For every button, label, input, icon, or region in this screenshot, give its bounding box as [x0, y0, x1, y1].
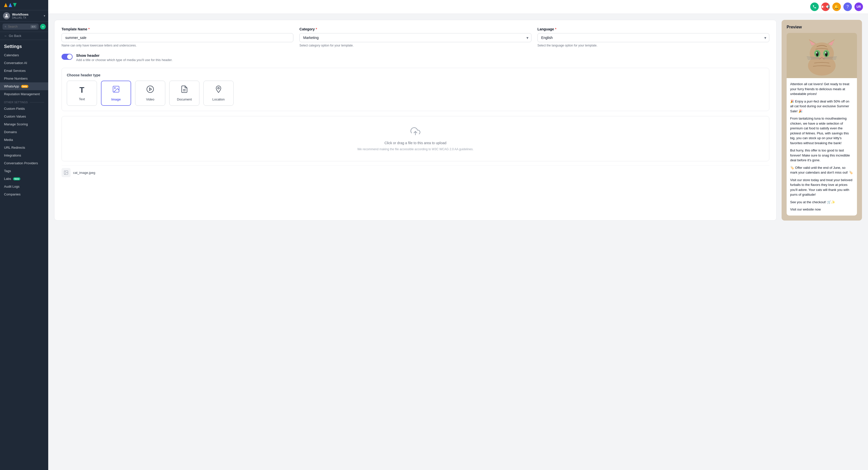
back-arrow-icon: ← — [4, 34, 7, 38]
add-button[interactable]: + — [40, 24, 46, 29]
sidebar-item-calendars[interactable]: Calendars — [0, 51, 48, 59]
nav-label: Phone Numbers — [4, 76, 28, 81]
phone-icon-button[interactable] — [810, 2, 819, 11]
svg-marker-3 — [149, 88, 151, 91]
bell-icon-button[interactable]: 🔔 — [832, 2, 841, 11]
header-option-location-label: Location — [212, 97, 224, 101]
show-header-hint: Add a title or choose which type of medi… — [76, 58, 173, 62]
beta-badge: beta — [21, 85, 28, 88]
preview-text-2: From tantalizing tuna to mouthwatering c… — [790, 116, 854, 146]
sidebar-item-audit-logs[interactable]: Audit Logs — [0, 183, 48, 190]
header-option-video-label: Video — [146, 97, 154, 101]
topbar: 📢 🔔 ? UR — [48, 0, 868, 14]
preview-panel: Preview — [782, 20, 862, 221]
sidebar-item-domains[interactable]: Domains — [0, 128, 48, 136]
megaphone-icon-button[interactable]: 📢 — [821, 2, 830, 11]
language-hint: Select the language option for your temp… — [537, 44, 769, 47]
header-option-video[interactable]: Video — [135, 81, 165, 106]
header-type-options: T Text Image Video — [67, 81, 764, 106]
user-avatar-button[interactable]: UR — [855, 2, 863, 11]
svg-point-21 — [816, 52, 817, 54]
preview-text-4: 🏷️ Offer valid until the end of June, so… — [790, 165, 854, 175]
language-group: Language * English Spanish French Select… — [537, 27, 769, 47]
file-thumbnail — [62, 168, 70, 177]
sidebar-item-tags[interactable]: Tags — [0, 167, 48, 175]
file-name: cat_image.jpeg — [73, 171, 95, 175]
show-header-toggle[interactable] — [62, 54, 72, 60]
workspace-name: Workflows — [12, 12, 42, 16]
preview-text-0: Attention all cat lovers! Get ready to t… — [790, 82, 854, 96]
go-back-label: Go Back — [9, 34, 21, 38]
category-select-wrapper: Marketing Utility Authentication — [299, 33, 531, 42]
show-header-section: Show header Add a title or choose which … — [62, 53, 769, 62]
other-settings-label: OTHER SETTINGS — [0, 98, 48, 105]
header-option-image[interactable]: Image — [101, 81, 131, 106]
logo-icon — [4, 3, 17, 7]
workspace-avatar — [3, 12, 10, 19]
template-name-group: Template Name * Name can only have lower… — [62, 27, 293, 47]
sidebar-item-manage-scoring[interactable]: Manage Scoring — [0, 120, 48, 128]
preview-chat: Attention all cat lovers! Get ready to t… — [786, 33, 857, 216]
form-panel: Template Name * Name can only have lower… — [54, 20, 777, 221]
sidebar-item-email-services[interactable]: Email Services — [0, 67, 48, 74]
workspace-selector[interactable]: Workflows DALLAS, TX ▾ — [0, 10, 48, 22]
template-name-input[interactable] — [62, 33, 293, 42]
search-input[interactable] — [8, 25, 29, 28]
upload-hint: We recommend making the file accessible … — [358, 148, 474, 151]
nav-label: URL Redirects — [4, 146, 25, 150]
preview-text-7: Visit our website now — [790, 207, 854, 212]
sidebar-item-phone-numbers[interactable]: Phone Numbers — [0, 74, 48, 83]
nav-label: Manage Scoring — [4, 122, 28, 126]
sidebar-item-custom-fields[interactable]: Custom Fields — [0, 105, 48, 113]
nav-label: Labs — [4, 177, 11, 181]
language-select-wrapper: English Spanish French — [537, 33, 769, 42]
sidebar-item-custom-values[interactable]: Custom Values — [0, 113, 48, 120]
sidebar-item-labs[interactable]: Labs New — [0, 175, 48, 183]
go-back-button[interactable]: ← Go Back — [0, 32, 48, 40]
sidebar-item-conversation-providers[interactable]: Conversation Providers — [0, 159, 48, 167]
nav-label: Custom Fields — [4, 107, 25, 111]
svg-point-22 — [825, 52, 827, 54]
search-shortcut: ⌘K — [30, 25, 37, 28]
search-input-wrap[interactable]: ⌘K — [2, 24, 39, 30]
show-header-info: Show header Add a title or choose which … — [76, 53, 173, 62]
category-select[interactable]: Marketing Utility Authentication — [299, 33, 531, 42]
upload-text: Click or drag a file to this area to upl… — [384, 141, 446, 145]
header-type-label: Choose header type — [67, 73, 764, 77]
nav-label: Calendars — [4, 53, 19, 57]
sidebar-item-whatsapp[interactable]: WhatsApp beta — [0, 83, 48, 90]
preview-text-area: Attention all cat lovers! Get ready to t… — [786, 78, 857, 216]
sidebar-item-media[interactable]: Media — [0, 136, 48, 144]
sidebar-item-companies[interactable]: Companies — [0, 190, 48, 198]
preview-text-3: But hurry, this offer is too good to las… — [790, 148, 854, 163]
preview-text-content: Attention all cat lovers! Get ready to t… — [790, 82, 854, 212]
settings-heading: Settings — [0, 40, 48, 51]
header-option-text-label: Text — [79, 97, 85, 101]
nav-label: Audit Logs — [4, 185, 19, 188]
required-star-3: * — [555, 27, 556, 31]
image-type-icon — [112, 85, 120, 95]
nav-label: Custom Values — [4, 115, 26, 118]
nav-label: Companies — [4, 192, 21, 196]
preview-text-1: 🎉 Enjoy a purr-fect deal with 50% off on… — [790, 99, 854, 114]
sidebar-item-url-redirects[interactable]: URL Redirects — [0, 144, 48, 152]
sidebar-item-conversation-ai[interactable]: Conversation AI — [0, 59, 48, 67]
help-icon-button[interactable]: ? — [843, 2, 852, 11]
sidebar: Workflows DALLAS, TX ▾ ⌘K + ← Go Back Se… — [0, 0, 48, 470]
template-name-hint: Name can only have lowercase letters and… — [62, 44, 293, 47]
preview-text-6: See you at the checkout! 🛒✨ — [790, 200, 854, 205]
nav-label: Integrations — [4, 154, 21, 157]
nav-label: Conversation Providers — [4, 161, 38, 165]
header-option-location[interactable]: Location — [204, 81, 234, 106]
header-option-document[interactable]: Document — [169, 81, 199, 106]
upload-cloud-icon — [410, 126, 421, 138]
sidebar-item-reputation-management[interactable]: Reputation Management — [0, 90, 48, 98]
text-type-icon: T — [80, 86, 84, 95]
category-hint: Select category option for your template… — [299, 44, 531, 47]
content-area: Template Name * Name can only have lower… — [48, 14, 868, 227]
header-option-text[interactable]: T Text — [67, 81, 97, 106]
sidebar-item-integrations[interactable]: Integrations — [0, 152, 48, 159]
upload-area[interactable]: Click or drag a file to this area to upl… — [62, 116, 769, 161]
language-select[interactable]: English Spanish French — [537, 33, 769, 42]
search-bar: ⌘K + — [0, 22, 48, 32]
